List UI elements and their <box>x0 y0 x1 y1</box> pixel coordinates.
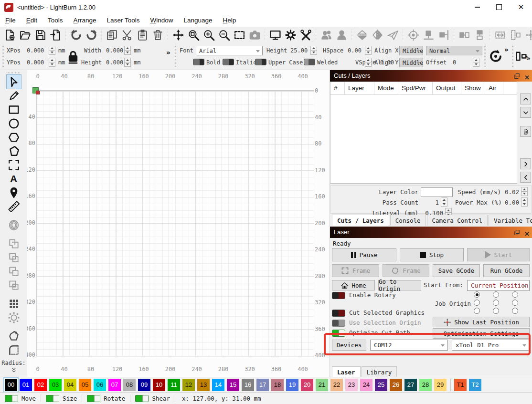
palette-swatch-19[interactable]: 19 <box>286 379 298 391</box>
status-toggle-shear[interactable]: Shear <box>135 395 170 402</box>
close-button[interactable]: ✕ <box>510 0 532 14</box>
monitor-icon[interactable] <box>268 28 282 42</box>
column-header-mode[interactable]: Mode <box>374 82 398 94</box>
circular-array-tool[interactable] <box>7 311 21 324</box>
undo-icon[interactable] <box>69 28 83 42</box>
distribute-h-icon[interactable] <box>457 28 471 42</box>
job-origin-radio-0-1[interactable] <box>493 291 499 298</box>
radius-corner-tool[interactable] <box>7 343 21 357</box>
tab-laser[interactable]: Laser <box>332 366 361 377</box>
speed-value[interactable]: 0.02 <box>501 188 519 196</box>
mirror-icon[interactable] <box>385 28 400 42</box>
job-origin-radio-0-0[interactable] <box>474 291 480 298</box>
grid-array-tool[interactable] <box>7 297 21 311</box>
stop-button[interactable]: Stop <box>400 248 464 261</box>
close-dock-icon[interactable]: ✕ <box>524 72 530 83</box>
ellipse-tool[interactable] <box>7 116 21 130</box>
palette-swatch-06[interactable]: 06 <box>94 379 106 391</box>
menu-language[interactable]: Language <box>178 14 217 27</box>
measure-tool[interactable] <box>7 199 21 213</box>
distribute-v-icon[interactable] <box>472 28 487 42</box>
palette-swatch-10[interactable]: 10 <box>153 379 165 391</box>
column-header-air[interactable]: Air <box>485 82 503 94</box>
align-y-combo[interactable]: Middle <box>399 58 423 67</box>
workspace-canvas[interactable]: 0408012016020024028032036040040801201602… <box>27 70 330 377</box>
save-icon[interactable] <box>33 28 47 42</box>
job-origin-radio-2-1[interactable] <box>493 308 499 314</box>
maximize-button[interactable] <box>488 0 510 14</box>
move-to-position-icon[interactable] <box>523 28 532 42</box>
palette-swatch-09[interactable]: 09 <box>138 379 150 391</box>
laser-dock-title[interactable]: Laser ✕ <box>330 227 532 238</box>
delete-icon[interactable] <box>150 28 165 42</box>
work-area[interactable] <box>36 91 314 356</box>
redo-icon[interactable] <box>84 28 98 42</box>
camera-capture-icon[interactable] <box>247 28 262 42</box>
palette-swatch-14[interactable]: 14 <box>212 379 224 391</box>
frame-square-button[interactable]: Frame <box>332 264 379 277</box>
optimize-cut-path-toggle[interactable] <box>332 330 345 337</box>
match-width-icon[interactable] <box>493 28 507 42</box>
palette-swatch-t1[interactable]: T1 <box>454 379 467 391</box>
offset-spinner[interactable] <box>473 58 479 67</box>
pass-count-spinner[interactable] <box>441 197 447 207</box>
optimization-settings-button[interactable]: Optimization Settings <box>433 328 530 339</box>
palette-swatch-03[interactable]: 03 <box>49 379 62 391</box>
palette-swatch-21[interactable]: 21 <box>316 379 328 391</box>
palette-swatch-26[interactable]: 26 <box>390 379 402 391</box>
job-origin-radio-2-0[interactable] <box>474 308 480 314</box>
layer-left-button[interactable] <box>520 172 531 183</box>
palette-swatch-13[interactable]: 13 <box>197 379 210 391</box>
palette-swatch-29[interactable]: 29 <box>434 379 447 391</box>
go-to-origin-button[interactable]: Go to Origin <box>378 280 421 290</box>
menu-window[interactable]: Window <box>145 14 178 27</box>
layer-up-button[interactable] <box>520 93 531 104</box>
tab-library[interactable]: Library <box>362 366 397 377</box>
paste-icon[interactable] <box>135 28 149 42</box>
show-last-position-button[interactable]: Show Last Position <box>433 317 530 327</box>
column-header-output[interactable]: Output <box>433 82 461 94</box>
palette-swatch-04[interactable]: 04 <box>64 379 76 391</box>
tab-console[interactable]: Console <box>390 215 426 226</box>
use-selection-origin-toggle[interactable] <box>332 320 345 327</box>
cut-icon[interactable] <box>120 28 134 42</box>
palette-swatch-28[interactable]: 28 <box>419 379 432 391</box>
menu-file[interactable]: File <box>0 14 21 27</box>
power-max-spinner[interactable] <box>521 197 528 207</box>
menu-laser-tools[interactable]: Laser Tools <box>102 14 145 27</box>
palette-swatch-07[interactable]: 07 <box>108 379 121 391</box>
palette-swatch-01[interactable]: 01 <box>20 379 32 391</box>
palette-swatch-24[interactable]: 24 <box>360 379 372 391</box>
status-toggle-move[interactable]: Move <box>5 395 36 402</box>
minimize-button[interactable] <box>466 0 488 14</box>
cut-selected-toggle[interactable] <box>332 310 345 317</box>
ungroup-icon[interactable] <box>334 28 349 42</box>
job-origin-radio-1-1[interactable] <box>493 300 499 306</box>
machine-tools-icon[interactable] <box>298 28 313 42</box>
run-gcode-button[interactable]: Run GCode <box>483 264 530 277</box>
speed-spinner[interactable] <box>521 187 528 196</box>
toolbar-overflow-chevron[interactable]: » <box>526 54 531 62</box>
palette-swatch-22[interactable]: 22 <box>330 379 343 391</box>
menu-edit[interactable]: Edit <box>21 14 43 27</box>
devices-button[interactable]: Devices <box>332 340 366 351</box>
palette-swatch-t2[interactable]: T2 <box>469 379 481 391</box>
zoom-out-icon[interactable] <box>217 28 231 42</box>
palette-swatch-18[interactable]: 18 <box>271 379 284 391</box>
palette-swatch-00[interactable]: 00 <box>5 379 17 391</box>
edit-shape-tool[interactable] <box>7 144 21 158</box>
palette-swatch-16[interactable]: 16 <box>242 379 254 391</box>
column-header-spdpwr[interactable]: Spd/Pwr <box>398 82 433 94</box>
palette-swatch-08[interactable]: 08 <box>123 379 136 391</box>
layers-table[interactable]: #LayerModeSpd/PwrOutputShowAir <box>330 82 517 184</box>
new-file-icon[interactable] <box>2 28 17 42</box>
device-select[interactable]: xTool D1 Pro <box>452 340 530 351</box>
draw-lines-tool[interactable] <box>7 89 21 103</box>
settings-gear-icon[interactable] <box>283 28 298 42</box>
status-toggle-rotate[interactable]: Rotate <box>87 395 125 402</box>
flip-vertical-icon[interactable] <box>355 28 369 42</box>
port-select[interactable]: COM12 <box>370 340 448 351</box>
layer-down-button[interactable] <box>520 107 531 118</box>
rectangle-tool[interactable] <box>7 103 21 116</box>
import-icon[interactable] <box>48 28 63 42</box>
